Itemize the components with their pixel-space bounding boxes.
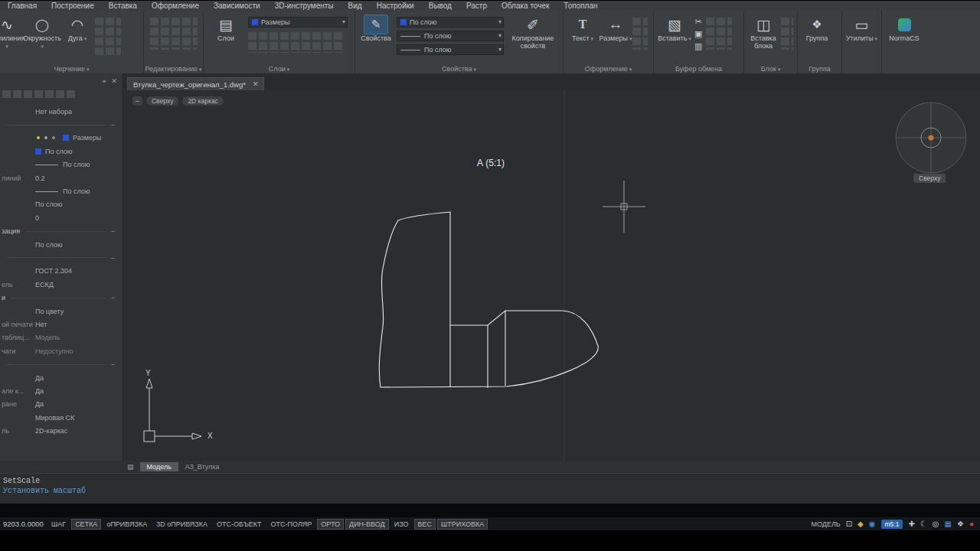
property-row[interactable]: По слою — [0, 184, 122, 197]
block-tools-grid[interactable] — [781, 18, 793, 50]
sheet-list-icon[interactable] — [127, 463, 134, 471]
part-outline[interactable] — [379, 212, 598, 388]
clipboard-tools-grid[interactable] — [706, 18, 732, 50]
linetype-dropdown[interactable]: По слою — [397, 31, 504, 41]
property-row[interactable]: По слою — [0, 158, 122, 171]
close-icon[interactable]: ✕ — [111, 77, 117, 85]
menu-item[interactable]: Облака точек — [501, 2, 549, 10]
status-toggle[interactable]: ВЕС — [414, 519, 436, 530]
snap-marker-icon[interactable]: ◉ — [869, 520, 876, 528]
night-mode-icon[interactable]: ☾ — [920, 520, 927, 528]
property-row[interactable]: По слою — [0, 198, 122, 211]
cut-icon[interactable]: ✂ — [694, 16, 702, 28]
status-toggle[interactable]: ОРТО — [317, 519, 344, 530]
sheet-tab[interactable]: Модель — [140, 462, 178, 471]
status-toggle[interactable]: 3D оПРИВЯЗКА — [152, 519, 211, 530]
menu-item[interactable]: Вставка — [109, 2, 137, 10]
properties-group-caption[interactable]: Свойства — [355, 65, 563, 73]
property-row[interactable]: Мировая СК — [0, 411, 122, 424]
property-row[interactable]: таблиц... Модель — [0, 331, 122, 344]
property-row[interactable]: ГОСТ 2.304 — [0, 265, 122, 278]
paste-tool[interactable]: Вставить — [657, 13, 692, 61]
collapse-icon[interactable] — [111, 254, 115, 262]
menu-item[interactable]: Настройки — [377, 2, 414, 10]
menu-item[interactable]: Построение — [51, 2, 94, 10]
normacs-tool[interactable]: NormaCS — [887, 13, 922, 61]
collapse-icon[interactable] — [111, 227, 115, 235]
editing-group-caption[interactable]: Редактирование — [144, 65, 203, 73]
property-row[interactable]: По цвету — [0, 305, 122, 318]
sheet-tab[interactable]: А3_Втулка — [178, 462, 227, 471]
assistant-icon[interactable]: ◆ — [858, 520, 864, 528]
property-row[interactable]: и — [0, 291, 122, 304]
record-icon[interactable]: ● — [969, 520, 974, 528]
menu-item[interactable]: Вывод — [429, 2, 452, 10]
menu-item[interactable]: Топоплан — [564, 2, 597, 10]
menu-item[interactable]: Вид — [348, 2, 362, 10]
property-row[interactable] — [0, 251, 122, 264]
visual-style-control[interactable]: 2D каркас — [182, 96, 223, 106]
status-toggle[interactable]: ШТРИХОВКА — [437, 519, 488, 530]
tab-close-icon[interactable] — [253, 80, 259, 88]
properties-tool[interactable]: Свойства — [358, 13, 394, 61]
property-row[interactable]: По слою — [0, 145, 122, 158]
layers-group-caption[interactable]: Слои — [204, 65, 354, 73]
property-row[interactable]: линий 0.2 — [0, 171, 122, 184]
menu-item[interactable]: 3D-инструменты — [275, 2, 334, 10]
property-row[interactable] — [0, 118, 122, 131]
grid-icon[interactable]: ▦ — [945, 520, 952, 528]
zoom-icon[interactable]: ◎ — [933, 520, 939, 528]
status-toggle[interactable]: ОТС-ПОЛЯР — [267, 519, 316, 530]
circle-tool[interactable]: Окружность — [24, 13, 60, 61]
model-space-label[interactable]: МОДЕЛЬ — [811, 520, 840, 528]
status-toggle[interactable]: ИЗО — [390, 519, 413, 530]
group-group-caption[interactable]: Группа — [798, 65, 841, 73]
property-row[interactable]: чати Недоступно — [0, 344, 122, 357]
viewport-collapse-icon[interactable]: − — [132, 96, 142, 106]
copy-icon[interactable]: ▣ — [694, 28, 702, 40]
property-row[interactable]: ль 2D-каркас — [0, 424, 122, 437]
property-row[interactable]: ране Да — [0, 398, 122, 411]
property-row[interactable]: ой печати Нет — [0, 318, 122, 331]
layer-filter-dropdown[interactable]: Размеры — [248, 17, 348, 28]
lineweight-dropdown[interactable]: По слою — [397, 44, 504, 55]
layers-tool[interactable]: Слои — [208, 13, 243, 61]
property-row[interactable]: Нет набора — [0, 105, 122, 118]
pin-icon[interactable]: ⌖ — [102, 77, 106, 86]
annotation-tools-grid[interactable] — [632, 18, 648, 50]
copy-properties-tool[interactable]: Копирование свойств — [508, 13, 557, 61]
menu-item[interactable]: Зависимости — [214, 2, 260, 10]
property-row[interactable]: Да — [0, 371, 122, 384]
menu-item[interactable]: Оформление — [152, 2, 199, 10]
property-row[interactable]: 0 — [0, 211, 122, 224]
layer-tools-grid[interactable] — [248, 32, 343, 53]
arc-tool[interactable]: Дуга — [60, 13, 95, 61]
compass-view-label[interactable]: Сверху — [913, 174, 946, 183]
collapse-icon[interactable] — [111, 121, 115, 129]
command-line[interactable]: SetScaleУстановить масштаб — [0, 473, 980, 504]
property-row[interactable]: зация — [0, 225, 122, 238]
collapse-icon[interactable] — [111, 294, 115, 302]
block-group-caption[interactable]: Блок — [744, 65, 797, 73]
pan-icon[interactable]: ✚ — [908, 520, 914, 528]
paste-special-icon[interactable]: ▥ — [694, 41, 702, 52]
status-toggle[interactable]: ШАГ — [47, 519, 70, 530]
menu-item[interactable]: Главная — [8, 2, 37, 10]
palette-toolbar-icons[interactable] — [2, 90, 76, 98]
clipboard-group-caption[interactable]: Буфер обмена — [654, 65, 743, 73]
drawing-group-caption[interactable]: Черчение — [0, 65, 143, 73]
property-row[interactable]: По слою — [0, 238, 122, 251]
annotation-scale-badge[interactable]: m5:1 — [881, 520, 903, 529]
editing-tools-grid[interactable] — [150, 18, 198, 50]
polyline-tool[interactable]: Полилиния — [0, 13, 24, 61]
property-row[interactable] — [0, 357, 122, 370]
status-toggle[interactable]: ОТС-ОБЪЕКТ — [213, 519, 265, 530]
insert-block-tool[interactable]: Вставка блока — [746, 13, 781, 61]
text-tool[interactable]: Текст — [567, 13, 599, 61]
menu-item[interactable]: Растр — [466, 2, 487, 10]
property-row[interactable]: Размеры — [0, 132, 122, 145]
drawing-viewport[interactable]: − Сверху 2D каркас А (5:1) Сверху X Y — [123, 90, 980, 461]
color-dropdown[interactable]: По слою — [397, 17, 504, 28]
screen-icon[interactable]: ⊡ — [846, 520, 852, 528]
collapse-icon[interactable] — [111, 360, 115, 368]
